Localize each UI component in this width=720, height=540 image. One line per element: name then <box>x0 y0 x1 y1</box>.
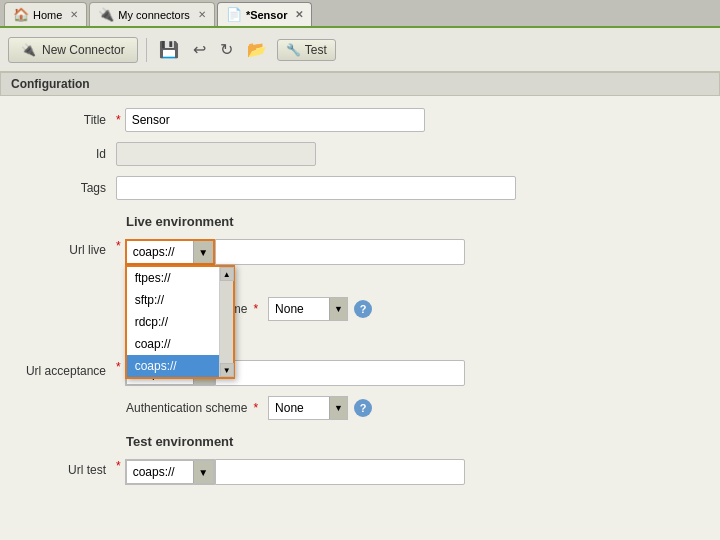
test-icon: 🔧 <box>286 43 301 57</box>
save-button[interactable]: 💾 <box>155 37 183 62</box>
url-test-input[interactable] <box>215 459 465 485</box>
acceptance-auth-label: Authentication scheme <box>126 401 247 415</box>
title-input[interactable] <box>125 108 425 132</box>
config-body: Title * Id Tags Live environment Url liv… <box>0 96 720 507</box>
toolbar-separator-1 <box>146 38 147 62</box>
dropdown-item-ftpes-label: ftpes:// <box>135 271 171 285</box>
protocol-live-arrow[interactable]: ▼ <box>193 241 213 263</box>
dropdown-item-ftpes[interactable]: ftpes:// <box>127 267 233 289</box>
scroll-up[interactable]: ▲ <box>220 267 234 281</box>
live-auth-arrow[interactable]: ▼ <box>329 298 347 320</box>
redo-button[interactable]: ↻ <box>216 37 237 62</box>
undo-button[interactable]: ↩ <box>189 37 210 62</box>
new-connector-button[interactable]: 🔌 New Connector <box>8 37 138 63</box>
dropdown-item-coaps[interactable]: coaps:// <box>127 355 233 377</box>
acceptance-auth-arrow[interactable]: ▼ <box>329 397 347 419</box>
protocol-live-container: coaps:// ▼ ftpes:// sftp:// <box>125 239 215 265</box>
acceptance-auth-row: Authentication scheme * None ▼ ? <box>126 396 704 420</box>
url-acceptance-required: * <box>116 360 121 374</box>
toolbar: 🔌 New Connector 💾 ↩ ↻ 📂 🔧 Test <box>0 28 720 72</box>
protocol-test-select[interactable]: coaps:// ▼ <box>125 459 215 485</box>
live-auth-value: None <box>269 300 329 318</box>
scroll-down[interactable]: ▼ <box>220 363 234 377</box>
url-live-input[interactable] <box>215 239 465 265</box>
url-acceptance-label: Url acceptance <box>16 360 116 378</box>
config-header: Configuration <box>0 72 720 96</box>
url-test-row: Url test * coaps:// ▼ <box>16 459 704 485</box>
protocol-live-select[interactable]: coaps:// ▼ <box>125 239 215 265</box>
protocol-test-arrow[interactable]: ▼ <box>193 461 213 483</box>
dropdown-item-coap-label: coap:// <box>135 337 171 351</box>
config-title: Configuration <box>11 77 90 91</box>
tab-my-connectors-close[interactable]: ✕ <box>198 9 206 20</box>
title-required: * <box>116 113 121 127</box>
tags-row: Tags <box>16 176 704 200</box>
live-section-header: Live environment <box>126 214 704 229</box>
title-row: Title * <box>16 108 704 132</box>
tab-sensor[interactable]: 📄 *Sensor ✕ <box>217 2 313 26</box>
title-label: Title <box>16 113 116 127</box>
protocol-test-container: coaps:// ▼ <box>125 459 215 485</box>
test-button[interactable]: 🔧 Test <box>277 39 336 61</box>
dropdown-item-coaps-label: coaps:// <box>135 359 177 373</box>
tab-sensor-close[interactable]: ✕ <box>295 9 303 20</box>
dropdown-item-rdcp-label: rdcp:// <box>135 315 168 329</box>
id-label: Id <box>16 147 116 161</box>
new-connector-label: New Connector <box>42 43 125 57</box>
dropdown-item-sftp[interactable]: sftp:// <box>127 289 233 311</box>
tags-label: Tags <box>16 181 116 195</box>
dropdown-item-rdcp[interactable]: rdcp:// <box>127 311 233 333</box>
open-button[interactable]: 📂 <box>243 37 271 62</box>
tab-home[interactable]: 🏠 Home ✕ <box>4 2 87 26</box>
test-section-header: Test environment <box>126 434 704 449</box>
live-auth-select[interactable]: None ▼ <box>268 297 348 321</box>
protocol-live-value: coaps:// <box>127 243 193 261</box>
scroll-track <box>220 281 233 363</box>
tab-my-connectors[interactable]: 🔌 My connectors ✕ <box>89 2 215 26</box>
dropdown-item-coap[interactable]: coap:// <box>127 333 233 355</box>
tab-home-label: Home <box>33 9 62 21</box>
connector-icon: 🔌 <box>98 7 114 22</box>
url-acceptance-input[interactable] <box>215 360 465 386</box>
acceptance-auth-help[interactable]: ? <box>354 399 372 417</box>
id-input[interactable] <box>116 142 316 166</box>
tags-input[interactable] <box>116 176 516 200</box>
new-connector-icon: 🔌 <box>21 43 36 57</box>
protocol-live-dropdown: ftpes:// sftp:// rdcp:// coap:// <box>125 265 235 379</box>
home-icon: 🏠 <box>13 7 29 22</box>
id-row: Id <box>16 142 704 166</box>
protocol-test-value: coaps:// <box>127 463 193 481</box>
dropdown-scrollbar[interactable]: ▲ ▼ <box>219 267 233 377</box>
live-auth-required: * <box>253 302 258 316</box>
config-section: Configuration Title * Id Tags Live envir… <box>0 72 720 507</box>
url-test-label: Url test <box>16 459 116 477</box>
test-label: Test <box>305 43 327 57</box>
main-content: Configuration Title * Id Tags Live envir… <box>0 72 720 540</box>
url-live-row: Url live * coaps:// ▼ ftpes:// <box>16 239 704 265</box>
tab-my-connectors-label: My connectors <box>118 9 190 21</box>
acceptance-auth-required: * <box>253 401 258 415</box>
url-live-required: * <box>116 239 121 253</box>
url-acceptance-row: Url acceptance * coaps:// ▼ <box>16 360 704 386</box>
tab-home-close[interactable]: ✕ <box>70 9 78 20</box>
acceptance-auth-select[interactable]: None ▼ <box>268 396 348 420</box>
tab-sensor-label: *Sensor <box>246 9 288 21</box>
dropdown-item-sftp-label: sftp:// <box>135 293 164 307</box>
tab-bar: 🏠 Home ✕ 🔌 My connectors ✕ 📄 *Sensor ✕ <box>0 0 720 28</box>
acceptance-auth-value: None <box>269 399 329 417</box>
url-test-required: * <box>116 459 121 473</box>
sensor-icon: 📄 <box>226 7 242 22</box>
url-live-label: Url live <box>16 239 116 257</box>
live-auth-help[interactable]: ? <box>354 300 372 318</box>
